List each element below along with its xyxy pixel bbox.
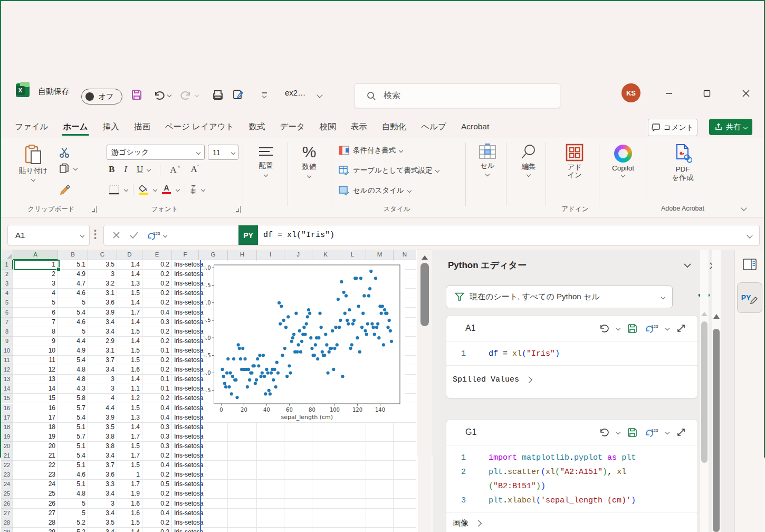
cell-C24[interactable]: 3.3	[88, 480, 117, 489]
cell-K23[interactable]	[312, 470, 339, 480]
cell-E2[interactable]: 0.2	[142, 270, 172, 279]
code-line[interactable]: 2plt.scatter(xl("A2:A151"), xl	[446, 465, 697, 479]
cell-L19[interactable]	[339, 432, 366, 442]
cell-F1[interactable]: Iris-setosa	[172, 260, 199, 270]
formula-bar-grip[interactable]: •••	[94, 229, 97, 240]
cell-B22[interactable]: 5.1	[58, 461, 88, 470]
row-header-13[interactable]: 13	[1, 375, 13, 384]
cell-M29[interactable]	[366, 528, 394, 532]
clipboard-dialog-launcher[interactable]	[89, 206, 97, 213]
cell-C11[interactable]: 3.7	[88, 356, 117, 365]
cell-L24[interactable]	[339, 480, 366, 489]
tab-file[interactable]: ファイル	[7, 116, 55, 137]
cut-button[interactable]	[59, 147, 71, 158]
cell-E19[interactable]: 0.3	[142, 432, 172, 442]
cell-B7[interactable]: 4.6	[58, 318, 88, 327]
cell-L18[interactable]	[339, 423, 366, 432]
cell-L22[interactable]	[339, 461, 366, 470]
cell-E18[interactable]: 0.3	[142, 423, 172, 432]
pane-collapse-button[interactable]	[680, 258, 695, 273]
cell-C18[interactable]: 3.5	[88, 423, 117, 432]
expand-formula-bar-icon[interactable]	[747, 232, 752, 238]
row-header-20[interactable]: 20	[1, 442, 13, 451]
cell-B15[interactable]: 5.8	[58, 394, 88, 403]
cell-F13[interactable]: Iris-setosa	[172, 375, 199, 384]
cell-F28[interactable]: Iris-setosa	[172, 518, 199, 528]
font-color-button[interactable]: A	[162, 185, 171, 194]
card-refresh-button[interactable]: 123	[645, 428, 658, 437]
cell-I20[interactable]	[257, 442, 284, 451]
column-header-J[interactable]: J	[284, 250, 312, 260]
card-undo-button[interactable]	[599, 324, 609, 333]
cell-K27[interactable]	[312, 509, 339, 518]
cell-D10[interactable]: 1.5	[117, 346, 142, 356]
tab-automate[interactable]: 自動化	[375, 116, 414, 137]
scatter-chart-object[interactable]: 0204060801001201404.55.05.56.06.57.07.58…	[205, 261, 405, 422]
row-header-11[interactable]: 11	[1, 356, 13, 365]
cell-E26[interactable]: 0.2	[142, 499, 172, 509]
row-header-22[interactable]: 22	[1, 461, 13, 470]
cell-G28[interactable]	[199, 518, 228, 528]
cell-L23[interactable]	[339, 470, 366, 480]
cell-C13[interactable]: 3	[88, 375, 117, 384]
cell-B9[interactable]: 4.4	[58, 337, 88, 346]
redo-button[interactable]	[179, 88, 193, 102]
tab-acrobat[interactable]: Acrobat	[454, 116, 496, 137]
cell-C29[interactable]: 3.4	[88, 528, 117, 532]
cell-B12[interactable]: 4.8	[58, 365, 88, 375]
cell-K19[interactable]	[312, 432, 339, 442]
cell-C15[interactable]: 4	[88, 394, 117, 403]
cell-J29[interactable]	[284, 528, 312, 532]
underline-dropdown-icon[interactable]	[147, 167, 151, 172]
cell-A26[interactable]: 26	[13, 499, 58, 509]
workbook-title-dropdown[interactable]	[315, 88, 324, 102]
save-button[interactable]	[130, 88, 144, 102]
card-list-scrollbar[interactable]	[700, 250, 709, 532]
cell-B11[interactable]: 5.4	[58, 356, 88, 365]
cell-J18[interactable]	[284, 423, 312, 432]
borders-dropdown-icon[interactable]	[124, 187, 128, 192]
cell-G23[interactable]	[199, 470, 228, 480]
cell-J19[interactable]	[284, 432, 312, 442]
cell-M26[interactable]	[366, 499, 394, 509]
row-header-2[interactable]: 2	[1, 270, 13, 279]
cell-N19[interactable]	[394, 432, 416, 442]
increase-font-button[interactable]: A＾	[170, 164, 181, 175]
row-header-28[interactable]: 28	[1, 518, 13, 528]
cell-B14[interactable]: 4.3	[58, 384, 88, 394]
cell-B4[interactable]: 4.6	[58, 289, 88, 298]
cell-K24[interactable]	[312, 480, 339, 489]
cell-G20[interactable]	[199, 442, 228, 451]
search-box[interactable]: 検索	[355, 83, 560, 108]
cell-A5[interactable]: 5	[13, 298, 58, 308]
cell-D13[interactable]: 1.4	[117, 375, 142, 384]
cell-M27[interactable]	[366, 509, 394, 518]
cell-D20[interactable]: 1.5	[117, 442, 142, 451]
comments-button[interactable]: コメント	[648, 119, 697, 136]
conditional-formatting-button[interactable]: 条件付き書式	[339, 146, 403, 155]
borders-button[interactable]	[109, 184, 119, 195]
worksheet-scroll-thumb[interactable]	[420, 263, 429, 326]
cell-A29[interactable]: 29	[13, 528, 58, 532]
cell-E27[interactable]: 0.4	[142, 509, 172, 518]
cell-B13[interactable]: 4.8	[58, 375, 88, 384]
cell-H24[interactable]	[228, 480, 257, 489]
cell-D28[interactable]: 1.5	[117, 518, 142, 528]
cell-J20[interactable]	[284, 442, 312, 451]
cell-A15[interactable]: 15	[13, 394, 58, 403]
cell-D9[interactable]: 1.4	[117, 337, 142, 346]
cell-F15[interactable]: Iris-setosa	[172, 394, 199, 403]
code-line[interactable]: 1df = xl("Iris")	[446, 347, 697, 361]
card-refresh-dropdown-icon[interactable]	[665, 326, 670, 330]
cell-A13[interactable]: 13	[13, 375, 58, 384]
cell-E1[interactable]: 0.2	[142, 260, 172, 270]
scroll-thumb[interactable]	[713, 329, 720, 532]
cell-C25[interactable]: 3.4	[88, 489, 117, 499]
tab-insert[interactable]: 挿入	[95, 116, 127, 137]
scroll-up-icon[interactable]	[713, 314, 720, 319]
font-name-combobox[interactable]: 游ゴシック	[107, 145, 205, 160]
cell-A27[interactable]: 27	[13, 509, 58, 518]
cell-D7[interactable]: 1.4	[117, 318, 142, 327]
addins-button[interactable]: アド イン	[554, 144, 595, 179]
cell-N20[interactable]	[394, 442, 416, 451]
